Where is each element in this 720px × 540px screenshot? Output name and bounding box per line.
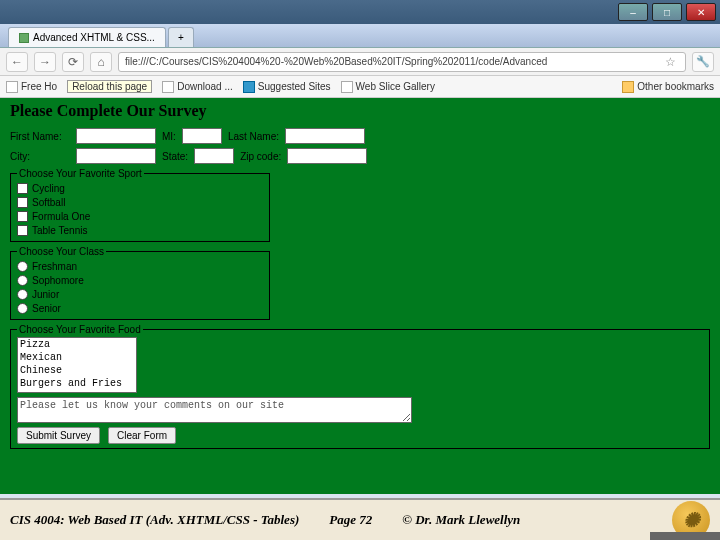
reload-tooltip: Reload this page bbox=[67, 80, 152, 93]
window-titlebar: – □ ✕ bbox=[0, 0, 720, 24]
bookmarks-bar: Free Ho Reload this page Download ... Su… bbox=[0, 76, 720, 98]
bookmark-star-icon[interactable]: ☆ bbox=[661, 55, 679, 69]
food-listbox[interactable]: Pizza Mexican Chinese Burgers and Fries bbox=[17, 337, 137, 393]
zip-input[interactable] bbox=[287, 148, 367, 164]
class-radio-senior[interactable] bbox=[17, 303, 28, 314]
sport-checkbox-cycling[interactable] bbox=[17, 183, 28, 194]
mi-label: MI: bbox=[162, 131, 176, 142]
folder-icon bbox=[622, 81, 634, 93]
url-text: file:///C:/Courses/CIS%204004%20-%20Web%… bbox=[125, 56, 547, 67]
city-input[interactable] bbox=[76, 148, 156, 164]
food-legend: Choose Your Favorite Food bbox=[17, 324, 143, 335]
wrench-menu-button[interactable]: 🔧 bbox=[692, 52, 714, 72]
sport-option-label: Softball bbox=[32, 197, 65, 208]
forward-button[interactable]: → bbox=[34, 52, 56, 72]
class-option-label: Junior bbox=[32, 289, 59, 300]
nav-toolbar: ← → ⟳ ⌂ file:///C:/Courses/CIS%204004%20… bbox=[0, 48, 720, 76]
zip-label: Zip code: bbox=[240, 151, 281, 162]
sport-checkbox-softball[interactable] bbox=[17, 197, 28, 208]
class-option-label: Sophomore bbox=[32, 275, 84, 286]
class-option-label: Freshman bbox=[32, 261, 77, 272]
reload-button[interactable]: ⟳ bbox=[62, 52, 84, 72]
submit-button[interactable]: Submit Survey bbox=[17, 427, 100, 444]
bookmark-item[interactable]: Download ... bbox=[162, 81, 233, 93]
page-icon bbox=[6, 81, 18, 93]
sport-checkbox-table-tennis[interactable] bbox=[17, 225, 28, 236]
home-button[interactable]: ⌂ bbox=[90, 52, 112, 72]
page-icon bbox=[162, 81, 174, 93]
food-option[interactable]: Mexican bbox=[18, 351, 136, 364]
other-bookmarks-button[interactable]: Other bookmarks bbox=[622, 81, 714, 93]
footer-page: Page 72 bbox=[329, 512, 372, 528]
food-option[interactable]: Chinese bbox=[18, 364, 136, 377]
last-name-label: Last Name: bbox=[228, 131, 279, 142]
maximize-button[interactable]: □ bbox=[652, 3, 682, 21]
page-title: Please Complete Our Survey bbox=[10, 102, 710, 120]
class-legend: Choose Your Class bbox=[17, 246, 106, 257]
page-content: Please Complete Our Survey First Name: M… bbox=[0, 98, 720, 494]
bookmark-label: Free Ho bbox=[21, 81, 57, 92]
bookmark-label: Web Slice Gallery bbox=[356, 81, 435, 92]
food-option[interactable]: Burgers and Fries bbox=[18, 377, 136, 390]
state-input[interactable] bbox=[194, 148, 234, 164]
bookmark-label: Suggested Sites bbox=[258, 81, 331, 92]
sport-option-label: Cycling bbox=[32, 183, 65, 194]
clear-button[interactable]: Clear Form bbox=[108, 427, 176, 444]
slide-footer: CIS 4004: Web Based IT (Adv. XHTML/CSS -… bbox=[0, 498, 720, 540]
sport-option-label: Table Tennis bbox=[32, 225, 87, 236]
name-row: First Name: MI: Last Name: bbox=[10, 128, 710, 144]
close-button[interactable]: ✕ bbox=[686, 3, 716, 21]
page-icon bbox=[341, 81, 353, 93]
minimize-button[interactable]: – bbox=[618, 3, 648, 21]
bookmark-label: Other bookmarks bbox=[637, 81, 714, 92]
bookmark-item[interactable]: Web Slice Gallery bbox=[341, 81, 435, 93]
sport-legend: Choose Your Favorite Sport bbox=[17, 168, 144, 179]
food-option[interactable]: Pizza bbox=[18, 338, 136, 351]
class-fieldset: Choose Your Class Freshman Sophomore Jun… bbox=[10, 246, 270, 320]
class-radio-junior[interactable] bbox=[17, 289, 28, 300]
bookmark-label: Download ... bbox=[177, 81, 233, 92]
slide-progress-bar bbox=[650, 532, 720, 540]
url-bar[interactable]: file:///C:/Courses/CIS%204004%20-%20Web%… bbox=[118, 52, 686, 72]
bookmark-item[interactable]: Suggested Sites bbox=[243, 81, 331, 93]
bookmark-item[interactable]: Free Ho bbox=[6, 81, 57, 93]
class-radio-freshman[interactable] bbox=[17, 261, 28, 272]
sport-fieldset: Choose Your Favorite Sport Cycling Softb… bbox=[10, 168, 270, 242]
page-icon bbox=[243, 81, 255, 93]
tab-title: Advanced XHTML & CSS... bbox=[33, 32, 155, 43]
food-fieldset: Choose Your Favorite Food Pizza Mexican … bbox=[10, 324, 710, 449]
sport-option-label: Formula One bbox=[32, 211, 90, 222]
tabstrip: Advanced XHTML & CSS... + bbox=[0, 24, 720, 48]
comments-textarea[interactable]: Please let us know your comments on our … bbox=[17, 397, 412, 423]
first-name-input[interactable] bbox=[76, 128, 156, 144]
state-label: State: bbox=[162, 151, 188, 162]
mi-input[interactable] bbox=[182, 128, 222, 144]
address-row: City: State: Zip code: bbox=[10, 148, 710, 164]
tab-active[interactable]: Advanced XHTML & CSS... bbox=[8, 27, 166, 47]
first-name-label: First Name: bbox=[10, 131, 70, 142]
new-tab-button[interactable]: + bbox=[168, 27, 194, 47]
last-name-input[interactable] bbox=[285, 128, 365, 144]
back-button[interactable]: ← bbox=[6, 52, 28, 72]
page-favicon bbox=[19, 33, 29, 43]
city-label: City: bbox=[10, 151, 70, 162]
sport-checkbox-formula-one[interactable] bbox=[17, 211, 28, 222]
class-radio-sophomore[interactable] bbox=[17, 275, 28, 286]
footer-copyright: © Dr. Mark Llewellyn bbox=[402, 512, 520, 528]
footer-course: CIS 4004: Web Based IT (Adv. XHTML/CSS -… bbox=[10, 512, 299, 528]
class-option-label: Senior bbox=[32, 303, 61, 314]
